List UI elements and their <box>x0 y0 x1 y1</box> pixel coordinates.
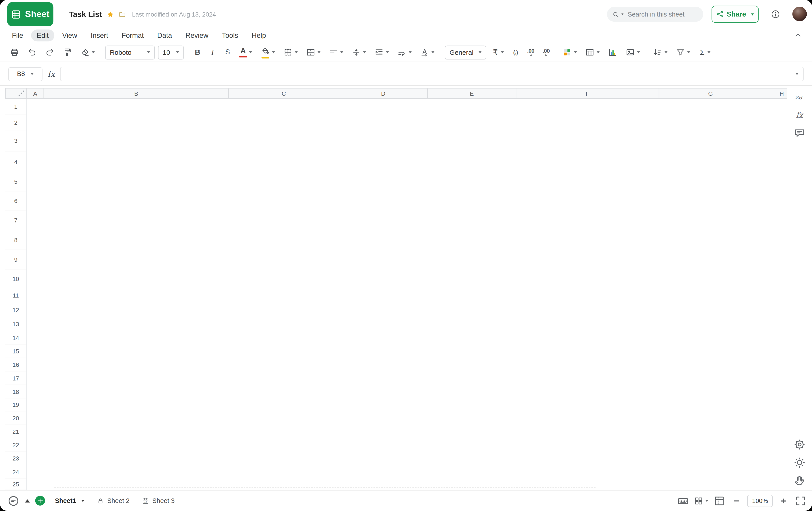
zoom-out-button[interactable] <box>730 495 743 507</box>
sheet-tab-sheet3[interactable]: 12Sheet 3 <box>137 494 179 507</box>
row-header-7[interactable]: 7 <box>5 211 26 230</box>
bold-button[interactable]: B <box>192 45 204 59</box>
row-header-9[interactable]: 9 <box>5 250 26 270</box>
user-avatar[interactable] <box>792 7 807 21</box>
strikethrough-button[interactable]: S <box>222 45 234 59</box>
comments-panel-icon[interactable] <box>793 127 806 139</box>
font-size-dropdown[interactable]: 10 <box>158 46 184 59</box>
fill-color-button[interactable] <box>258 45 278 59</box>
zoom-level-select[interactable]: 100% <box>747 495 773 507</box>
functions-panel-button[interactable]: fx <box>793 109 806 121</box>
insert-table-button[interactable] <box>583 45 602 59</box>
horizontal-align-button[interactable] <box>326 45 346 59</box>
row-header-14[interactable]: 14 <box>5 331 26 345</box>
menu-format[interactable]: Format <box>116 30 149 41</box>
row-header-6[interactable]: 6 <box>5 191 26 211</box>
document-title[interactable]: Task List <box>69 10 102 19</box>
settings-icon[interactable] <box>793 438 806 451</box>
feedback-icon[interactable] <box>793 475 806 487</box>
search-input[interactable] <box>628 10 698 18</box>
info-icon[interactable] <box>771 9 780 19</box>
row-header-17[interactable]: 17 <box>5 371 26 385</box>
borders-button[interactable] <box>281 45 300 59</box>
row-header-23[interactable]: 23 <box>5 452 26 465</box>
row-header-22[interactable]: 22 <box>5 438 26 452</box>
font-family-dropdown[interactable]: Roboto <box>105 46 155 59</box>
text-rotation-button[interactable] <box>417 45 437 59</box>
menu-review[interactable]: Review <box>180 30 214 41</box>
filter-button[interactable] <box>673 45 693 59</box>
search-box[interactable] <box>607 7 703 22</box>
row-header-5[interactable]: 5 <box>5 172 26 191</box>
column-header-F[interactable]: F <box>516 89 659 98</box>
conditional-format-button[interactable] <box>560 45 580 59</box>
sheet-view-icon[interactable] <box>713 495 726 507</box>
decrease-decimal-button[interactable]: .00 <box>525 45 537 59</box>
row-header-4[interactable]: 4 <box>5 152 26 172</box>
sort-button[interactable] <box>651 45 670 59</box>
menu-data[interactable]: Data <box>151 30 178 41</box>
menu-edit[interactable]: Edit <box>31 30 54 41</box>
formula-input[interactable] <box>65 70 793 78</box>
text-color-button[interactable]: A <box>237 45 255 59</box>
undo-button[interactable] <box>25 45 39 59</box>
sheet-tab-sheet2[interactable]: Sheet 2 <box>92 494 134 507</box>
fullscreen-icon[interactable] <box>794 495 807 507</box>
insert-image-button[interactable] <box>623 45 643 59</box>
row-header-25[interactable]: 25 <box>5 479 26 490</box>
folder-icon[interactable] <box>119 10 126 18</box>
column-header-D[interactable]: D <box>339 89 428 98</box>
print-button[interactable] <box>7 45 22 59</box>
column-header-E[interactable]: E <box>428 89 516 98</box>
view-mode-button[interactable] <box>694 496 709 506</box>
keyboard-shortcuts-icon[interactable] <box>677 495 690 507</box>
wrap-text-button[interactable] <box>395 45 414 59</box>
format-painter-button[interactable] <box>60 45 75 59</box>
menu-file[interactable]: File <box>6 30 29 41</box>
row-header-21[interactable]: 21 <box>5 425 26 438</box>
zia-assistant-icon[interactable]: za <box>793 91 806 103</box>
number-format-dropdown[interactable]: General <box>445 46 486 59</box>
menu-help[interactable]: Help <box>246 30 271 41</box>
formula-expand-caret-icon[interactable] <box>795 73 799 75</box>
insert-chart-button[interactable] <box>606 45 620 59</box>
menu-insert[interactable]: Insert <box>85 30 114 41</box>
comma-format-button[interactable]: (,) <box>510 45 521 59</box>
column-header-C[interactable]: C <box>229 89 339 98</box>
row-header-12[interactable]: 12 <box>5 303 26 318</box>
row-header-18[interactable]: 18 <box>5 385 26 398</box>
chat-icon[interactable] <box>7 494 20 507</box>
row-header-10[interactable]: 10 <box>5 270 26 288</box>
italic-button[interactable]: I <box>207 45 219 59</box>
name-box[interactable]: B8 <box>8 67 42 81</box>
column-header-A[interactable]: A <box>27 89 44 98</box>
merge-cells-button[interactable] <box>303 45 323 59</box>
row-header-15[interactable]: 15 <box>5 345 26 358</box>
clear-format-button[interactable] <box>78 45 97 59</box>
theme-icon[interactable] <box>793 456 806 469</box>
search-options-caret-icon[interactable] <box>621 13 624 15</box>
add-sheet-button[interactable] <box>35 496 45 506</box>
app-logo[interactable]: Sheet <box>7 2 53 26</box>
row-header-19[interactable]: 19 <box>5 398 26 412</box>
redo-button[interactable] <box>42 45 57 59</box>
row-header-24[interactable]: 24 <box>5 465 26 479</box>
indent-button[interactable] <box>372 45 392 59</box>
column-header-H[interactable]: H <box>762 89 787 98</box>
share-button[interactable]: Share <box>712 6 759 23</box>
menu-view[interactable]: View <box>56 30 83 41</box>
row-header-3[interactable]: 3 <box>5 130 26 152</box>
column-header-G[interactable]: G <box>659 89 762 98</box>
column-header-B[interactable]: B <box>44 89 229 98</box>
row-header-1[interactable]: 1 <box>5 99 26 115</box>
menu-tools[interactable]: Tools <box>216 30 244 41</box>
sheet-tab-sheet1[interactable]: Sheet1 <box>50 494 89 507</box>
row-header-13[interactable]: 13 <box>5 317 26 331</box>
functions-button[interactable]: Σ <box>696 45 713 59</box>
collapse-toolbar-icon[interactable] <box>793 31 803 40</box>
select-all-corner[interactable] <box>5 88 27 99</box>
sheet-list-toggle-icon[interactable] <box>25 499 30 502</box>
row-header-11[interactable]: 11 <box>5 288 26 303</box>
row-header-2[interactable]: 2 <box>5 115 26 130</box>
row-header-8[interactable]: 8 <box>5 230 26 250</box>
